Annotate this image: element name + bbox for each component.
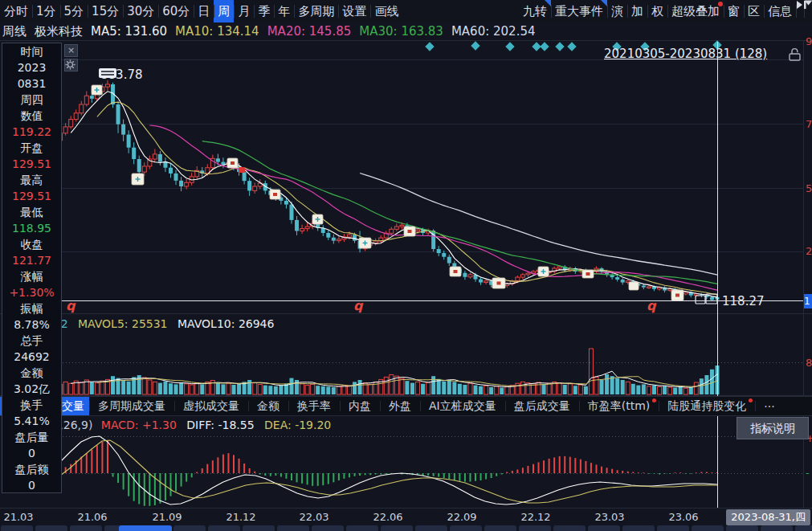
navigator-segment[interactable]: [381, 525, 413, 531]
dropdown-caret-icon[interactable]: [804, 0, 812, 22]
time-axis: 2023-08-31,四 21.0321.0621.0921.1222.0322…: [0, 508, 812, 525]
panel-row: 0: [2, 477, 61, 493]
highest-price-label: 883.78: [98, 67, 143, 82]
tab-盘后成交量[interactable]: 盘后成交量: [505, 397, 579, 415]
navigator-segment[interactable]: [657, 525, 689, 531]
navigator-segment[interactable]: [173, 525, 206, 531]
toolbar-item-超级叠加[interactable]: 超级叠加: [667, 0, 724, 22]
navigator-segment[interactable]: [622, 525, 655, 531]
navigator-segment[interactable]: [726, 525, 758, 531]
navigator-segment[interactable]: [415, 525, 447, 531]
navigator-segment[interactable]: [761, 525, 793, 531]
navigator-segment[interactable]: [553, 525, 586, 531]
toolbar-item-信息[interactable]: 信息: [764, 0, 796, 22]
dea-value: DEA: -19.20: [264, 419, 331, 431]
panel-row: 24692: [2, 349, 61, 365]
toolbar-item-1分[interactable]: 1分: [32, 0, 60, 22]
navigator-segment[interactable]: [208, 525, 240, 531]
navigator-segment[interactable]: [692, 525, 724, 531]
navigator-segment[interactable]: [519, 525, 551, 531]
toolbar-item-周[interactable]: 周: [214, 0, 234, 22]
toolbar-item-30分[interactable]: 30分: [123, 0, 158, 22]
toolbar-item-60分[interactable]: 60分: [158, 0, 194, 22]
navigator-bar[interactable]: [0, 525, 812, 531]
navigator-segment[interactable]: [1, 525, 33, 531]
navigator-segment[interactable]: [450, 525, 482, 531]
tab-外盘[interactable]: 外盘: [380, 397, 420, 415]
panel-row: 时间: [2, 43, 61, 59]
navigator-active-segment[interactable]: [119, 525, 172, 531]
navigator-segment[interactable]: [795, 525, 812, 531]
toolbar-item-年[interactable]: 年: [274, 0, 294, 22]
axis-label: 21.09: [152, 511, 182, 523]
navigator-segment[interactable]: [277, 525, 309, 531]
toolbar-item-画线[interactable]: 画线: [370, 0, 402, 22]
navigator-segment[interactable]: [243, 525, 275, 531]
toolbar-item-窗[interactable]: 窗: [724, 0, 744, 22]
panel-row: 129.51: [2, 188, 61, 204]
panel-close-button[interactable]: ×: [64, 44, 78, 57]
toolbar-item-多周期[interactable]: 多周期: [294, 0, 338, 22]
panel-row: 涨幅: [2, 268, 61, 284]
price-axis-digit: 2: [806, 245, 812, 257]
price-axis-digit: 7: [806, 118, 812, 130]
panel-row: 收盘: [2, 236, 61, 252]
axis-label: 22.09: [447, 511, 476, 523]
indicator-help-button[interactable]: 指标说明: [737, 417, 809, 439]
navigator-segment[interactable]: [346, 525, 378, 531]
tab-内盘[interactable]: 内盘: [340, 397, 380, 415]
tab-···[interactable]: ···: [755, 397, 783, 415]
toolbar-item-设置[interactable]: 设置: [338, 0, 370, 22]
date-range-label[interactable]: 20210305-20230831 (128): [604, 47, 767, 61]
toolbar: 分时1分5分15分30分60分日周月季年多周期设置画线 九转重大事件演加权超级叠…: [0, 0, 812, 22]
toolbar-item-加[interactable]: 加: [627, 0, 647, 22]
tab-金额[interactable]: 金额: [248, 397, 288, 415]
axis-label: 21.06: [77, 511, 107, 523]
diff-value: DIFF: -18.55: [186, 419, 254, 431]
toolbar-item-演[interactable]: 演: [607, 0, 627, 22]
ma4-label: MA60: 202.54: [451, 24, 536, 39]
ma3-label: MA30: 163.83: [359, 24, 443, 39]
axis-label: 23.06: [668, 511, 698, 523]
panel-row: 盘后额: [2, 461, 61, 477]
current-price-tag: 1: [804, 294, 812, 308]
ex-rights-marker: q: [66, 298, 75, 313]
toolbar-item-月[interactable]: 月: [234, 0, 254, 22]
tab-AI立桩成交量[interactable]: AI立桩成交量: [420, 397, 505, 415]
navigator-segment[interactable]: [70, 525, 102, 531]
navigator-segment[interactable]: [35, 525, 67, 531]
skip-to-latest-icon[interactable]: [796, 0, 804, 22]
tab-市盈率(ttm)[interactable]: 市盈率(ttm): [579, 397, 659, 415]
panel-row: 总手: [2, 333, 61, 349]
toolbar-item-15分[interactable]: 15分: [88, 0, 123, 22]
toolbar-item-分时[interactable]: 分时: [0, 0, 32, 22]
ex-rights-marker: q: [647, 298, 655, 313]
toolbar-item-5分[interactable]: 5分: [60, 0, 88, 22]
tab-多周期成交量[interactable]: 多周期成交量: [89, 397, 174, 415]
axis-label: 23.03: [594, 511, 624, 523]
price-axis-digit: 9: [806, 35, 812, 47]
panel-row: 最高: [2, 172, 61, 188]
toolbar-item-区[interactable]: 区: [744, 0, 764, 22]
toolbar-right: 九转重大事件演加权超级叠加窗区信息: [519, 0, 812, 22]
navigator-segment[interactable]: [312, 525, 344, 531]
toolbar-item-季[interactable]: 季: [254, 0, 274, 22]
toolbar-item-九转[interactable]: 九转: [519, 0, 551, 22]
volume-axis-digit: 8: [806, 357, 812, 369]
panel-settings-button[interactable]: [64, 59, 78, 71]
toolbar-item-日[interactable]: 日: [194, 0, 214, 22]
panel-row: 最低: [2, 204, 61, 220]
panel-row: 0831: [2, 76, 61, 92]
navigator-segment[interactable]: [484, 525, 516, 531]
panel-row: 周四: [2, 92, 61, 108]
toolbar-item-权[interactable]: 权: [647, 0, 667, 22]
tab-换手率[interactable]: 换手率: [288, 397, 340, 415]
toolbar-item-重大事件[interactable]: 重大事件: [551, 0, 607, 22]
navigator-segment[interactable]: [588, 525, 620, 531]
lock-icon[interactable]: [788, 47, 802, 63]
panel-row: 5.41%: [2, 413, 61, 429]
mavol5-label: MAVOL5: 25531: [78, 317, 168, 330]
tab-虚拟成交量[interactable]: 虚拟成交量: [174, 397, 248, 415]
panel-row: 3.02亿: [2, 381, 61, 397]
tab-陆股通持股变化[interactable]: 陆股通持股变化: [659, 397, 755, 415]
